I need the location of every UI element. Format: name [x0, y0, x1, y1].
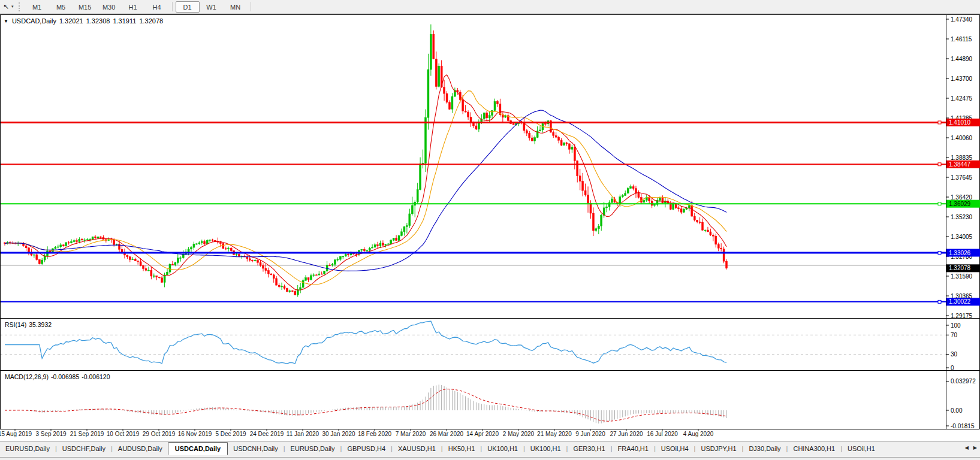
date-label: 16 Nov 2019: [178, 431, 212, 437]
svg-text:1.38447: 1.38447: [949, 161, 971, 168]
timeframe-button-m30[interactable]: M30: [97, 1, 121, 13]
date-label: 16 Jul 2020: [647, 431, 678, 437]
chart-tab-usoil-h1-17[interactable]: USOil,H1: [842, 443, 881, 455]
date-label: 2 May 2020: [503, 431, 534, 437]
price-badge-1.38447: 1.38447: [946, 161, 980, 168]
chart-tab-gbpusd-h4-6[interactable]: GBPUSD,H4: [342, 443, 391, 455]
svg-text:1.41010: 1.41010: [949, 119, 971, 126]
price-badge-1.41010: 1.41010: [946, 119, 980, 126]
ohlc-low: 1.31911: [113, 17, 136, 25]
timeframe-button-mn[interactable]: MN: [224, 1, 248, 13]
date-label: 15 Aug 2019: [0, 431, 32, 437]
price-tick-label: 1.43700: [951, 75, 973, 82]
date-label: 18 Feb 2020: [358, 431, 391, 437]
chart-tab-ger30-h1-11[interactable]: GER30,H1: [568, 443, 610, 455]
ohlc-open: 1.32021: [59, 17, 83, 25]
price-badge-1.30022: 1.30022: [946, 298, 980, 305]
chart-tab-xauusd-h1-7[interactable]: XAUUSD,H1: [393, 443, 441, 455]
price-tick-label: 1.38835: [951, 155, 973, 161]
macd-tick-label: -0.01815: [951, 423, 975, 429]
rsi-indicator-label: RSI(14)35.3932: [5, 321, 54, 328]
toolbar-divider: [251, 2, 251, 11]
ohlc-close: 1.32078: [139, 17, 163, 25]
chart-tab-usdchf-daily-1[interactable]: USDCHF,Daily: [57, 443, 111, 455]
price-tick-label: 1.35230: [951, 214, 973, 220]
ohlc-high: 1.32308: [86, 17, 110, 25]
chart-tab-audusd-daily-2[interactable]: AUDUSD,Daily: [113, 443, 168, 455]
date-label: 9 Jun 2020: [575, 431, 605, 437]
current-price-badge: 1.32078: [946, 264, 980, 272]
macd-tick-label: 0.00: [951, 407, 963, 414]
date-label: 24 Dec 2019: [250, 431, 284, 437]
chart-tab-uk100-h1-10[interactable]: UK100,H1: [525, 443, 566, 455]
chevron-down-icon: ▾: [11, 4, 14, 9]
price-badge-1.33026: 1.33026: [946, 249, 980, 257]
tab-scroll-right-icon[interactable]: ▶: [973, 445, 977, 450]
svg-text:1.36029: 1.36029: [949, 201, 971, 207]
price-tick-label: 1.46115: [951, 36, 972, 43]
chart-tab-eurusd-daily-0[interactable]: EURUSD,Daily: [0, 443, 55, 455]
date-label: 30 Jan 2020: [322, 431, 355, 437]
date-label: 7 Mar 2020: [396, 431, 426, 437]
date-label: 11 Jan 2020: [287, 431, 319, 437]
macd-main-value: -0.006985: [51, 373, 79, 380]
toolbar-drag-handle[interactable]: [19, 2, 21, 11]
date-label: 10 Oct 2019: [107, 431, 139, 437]
bottom-divider: [0, 457, 980, 458]
price-badge-1.36029: 1.36029: [946, 200, 980, 208]
rsi-value: 35.3932: [29, 321, 52, 328]
chart-tab-fra40-h1-12[interactable]: FRA40,H1: [613, 443, 654, 455]
price-tick-label: 1.40060: [951, 135, 973, 141]
price-tick-label: 1.31590: [951, 273, 973, 280]
timeframe-button-h4[interactable]: H4: [145, 1, 169, 13]
chart-tab-usoil-h4-13[interactable]: USOil,H4: [656, 443, 694, 455]
date-label: 14 Apr 2020: [466, 431, 499, 437]
macd-pane[interactable]: [0, 370, 946, 429]
timeframe-button-m15[interactable]: M15: [73, 1, 97, 13]
timeframe-button-d1[interactable]: D1: [176, 1, 200, 13]
rsi-tick-label: 100: [951, 322, 961, 329]
chart-tab-hk50-h1-8[interactable]: HK50,H1: [443, 443, 481, 455]
rsi-name: RSI(14): [5, 321, 26, 328]
collapse-triangle-icon[interactable]: ▼: [4, 19, 8, 24]
svg-text:1.30022: 1.30022: [949, 298, 971, 305]
crosshair-cursor-icon: ↖: [3, 3, 9, 10]
date-label: 26 Mar 2020: [430, 431, 463, 437]
chart-tab-uk100-h1-9[interactable]: UK100,H1: [482, 443, 523, 455]
price-tick-label: 1.47340: [951, 16, 973, 23]
date-label: 21 May 2020: [537, 431, 572, 437]
rsi-tick-label: 0: [951, 365, 954, 371]
time-axis: 15 Aug 20193 Sep 201921 Sep 201910 Oct 2…: [0, 431, 980, 440]
timeframe-button-h1[interactable]: H1: [121, 1, 145, 13]
rsi-tick-label: 70: [951, 332, 958, 338]
rsi-pane[interactable]: [0, 318, 946, 370]
cursor-tool-button[interactable]: ↖ ▾: [1, 3, 16, 10]
date-label: 21 Sep 2019: [70, 431, 104, 437]
rsi-tick-label: 30: [951, 351, 958, 358]
date-label: 5 Dec 2019: [215, 431, 246, 437]
chart-tab-eurusd-daily-5[interactable]: EURUSD,Daily: [285, 443, 340, 455]
chart-tab-usdcad-daily-3[interactable]: USDCAD,Daily: [168, 442, 228, 455]
date-label: 27 Jun 2020: [610, 431, 643, 437]
mt4-window: 1.473401.461151.448901.437001.424751.412…: [0, 0, 980, 460]
timeframe-toolbar: ↖ ▾ M1M5M15M30H1H4D1W1MN: [0, 0, 980, 14]
date-label: 4 Aug 2020: [683, 431, 714, 437]
chart-tab-dj30-daily-15[interactable]: DJ30,Daily: [743, 443, 786, 455]
main-chart-plot[interactable]: [0, 14, 946, 318]
price-tick-label: 1.44890: [951, 56, 973, 62]
macd-signal-value: -0.006120: [82, 373, 110, 380]
chart-tab-china300-h1-16[interactable]: CHINA300,H1: [788, 443, 840, 455]
macd-indicator-label: MACD(12,26,9)-0.006985-0.006120: [5, 373, 113, 380]
chart-tab-usdjpy-h1-14[interactable]: USDJPY,H1: [695, 443, 741, 455]
macd-name: MACD(12,26,9): [5, 373, 49, 380]
macd-tick-label: 0.032972: [951, 378, 976, 385]
timeframe-button-m1[interactable]: M1: [25, 1, 49, 13]
timeframe-button-m5[interactable]: M5: [49, 1, 73, 13]
svg-text:1.33026: 1.33026: [949, 250, 971, 256]
timeframe-button-w1[interactable]: W1: [200, 1, 224, 13]
price-tick-label: 1.29175: [951, 313, 973, 319]
tab-scroll-left-icon[interactable]: ◀: [965, 445, 969, 450]
price-tick-label: 1.34005: [951, 234, 973, 240]
chart-canvas[interactable]: 1.473401.461151.448901.437001.424751.412…: [0, 0, 980, 441]
chart-tab-usdcnh-daily-4[interactable]: USDCNH,Daily: [228, 443, 284, 455]
